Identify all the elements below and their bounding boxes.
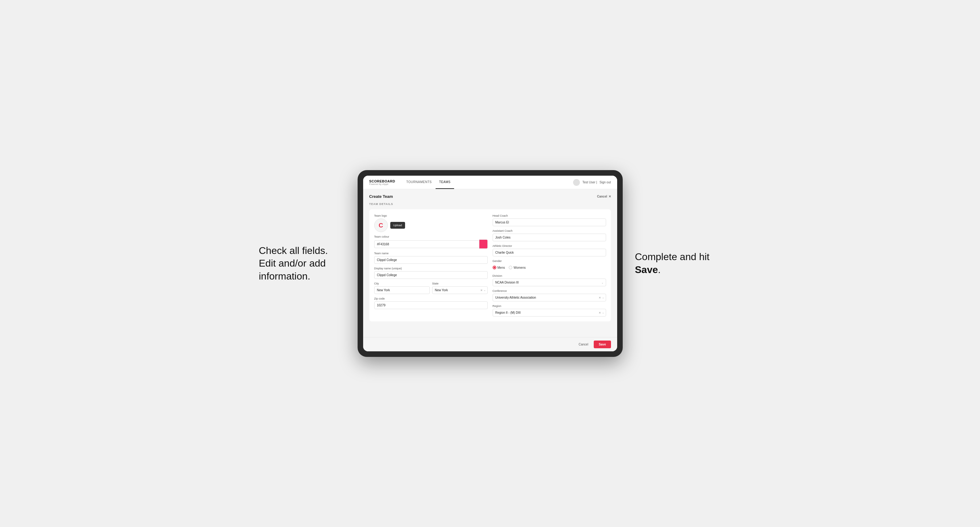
- logo-circle: C: [374, 219, 388, 232]
- athletic-director-group: Athletic Director: [493, 244, 606, 256]
- gender-womens-radio[interactable]: [509, 266, 512, 269]
- gender-mens-label: Mens: [498, 266, 505, 269]
- right-annotation: Complete and hit Save.: [635, 251, 721, 276]
- gender-womens-label: Womens: [514, 266, 526, 269]
- zip-label: Zip code: [374, 297, 488, 300]
- navbar: SCOREBOARD Powered by clippd TOURNAMENTS…: [363, 176, 617, 189]
- color-text-input[interactable]: [374, 240, 479, 248]
- nav-right: Test User | Sign out: [573, 179, 611, 186]
- right-column: Head Coach Assistant Coach Athletic Dire…: [493, 214, 606, 316]
- city-state-row: City State ✕ ⌄: [374, 282, 488, 294]
- form-grid: Team logo C Upload Team colo: [374, 214, 606, 316]
- state-input[interactable]: [432, 286, 488, 294]
- assistant-coach-label: Assistant Coach: [493, 229, 606, 232]
- tablet-frame: SCOREBOARD Powered by clippd TOURNAMENTS…: [358, 170, 623, 357]
- signout-link[interactable]: Sign out: [600, 181, 611, 184]
- logo-label: Team logo: [374, 214, 488, 217]
- right-annotation-text: Complete and hit Save.: [635, 251, 710, 275]
- user-label: Test User |: [582, 181, 597, 184]
- cancel-button[interactable]: Cancel: [576, 341, 591, 348]
- assistant-coach-input[interactable]: [493, 233, 606, 241]
- state-clear-button[interactable]: ✕: [480, 289, 483, 292]
- athletic-director-input[interactable]: [493, 249, 606, 256]
- gender-mens-option[interactable]: Mens: [493, 266, 505, 269]
- color-swatch[interactable]: [479, 240, 488, 249]
- cancel-top-button[interactable]: Cancel ✕: [597, 195, 611, 198]
- gender-radio-group: Mens Womens: [493, 264, 606, 271]
- gender-womens-option[interactable]: Womens: [509, 266, 526, 269]
- nav-teams[interactable]: TEAMS: [436, 176, 454, 189]
- conference-group: Conference ✕ ⌄: [493, 289, 606, 302]
- head-coach-group: Head Coach: [493, 214, 606, 226]
- division-select-wrapper: NCAA Division III ⌄: [493, 279, 606, 286]
- logo-preview-row: C Upload: [374, 219, 488, 232]
- head-coach-label: Head Coach: [493, 214, 606, 217]
- region-caret-icon: ⌄: [602, 311, 604, 314]
- conference-input[interactable]: [493, 294, 606, 302]
- athletic-director-label: Athletic Director: [493, 244, 606, 248]
- display-name-group: Display name (unique): [374, 267, 488, 279]
- left-annotation: Check all fields. Edit and/or add inform…: [259, 244, 345, 283]
- nav-links: TOURNAMENTS TEAMS: [402, 176, 454, 189]
- region-select-wrapper: ✕ ⌄: [493, 309, 606, 316]
- team-name-group: Team name: [374, 252, 488, 264]
- left-annotation-line2: Edit and/or add information.: [259, 258, 326, 282]
- color-group: Team colour: [374, 235, 488, 249]
- brand-logo: SCOREBOARD Powered by clippd: [369, 179, 395, 185]
- form-footer: Cancel Save: [363, 337, 617, 351]
- form-card: Team logo C Upload Team colo: [369, 209, 611, 321]
- save-button[interactable]: Save: [594, 341, 611, 348]
- region-label: Region: [493, 305, 606, 308]
- upload-button[interactable]: Upload: [390, 222, 406, 229]
- display-name-label: Display name (unique): [374, 267, 488, 270]
- gender-group: Gender Mens Womens: [493, 259, 606, 271]
- division-select[interactable]: NCAA Division III: [493, 279, 606, 286]
- conference-clear-button[interactable]: ✕: [599, 296, 601, 299]
- region-clear-button[interactable]: ✕: [599, 311, 601, 314]
- team-name-label: Team name: [374, 252, 488, 255]
- logo-section: Team logo C Upload: [374, 214, 488, 232]
- division-label: Division: [493, 274, 606, 277]
- assistant-coach-group: Assistant Coach: [493, 229, 606, 241]
- gender-mens-radio[interactable]: [493, 266, 496, 269]
- city-input[interactable]: [374, 286, 430, 294]
- left-annotation-line1: Check all fields.: [259, 245, 328, 256]
- city-state-group: City State ✕ ⌄: [374, 282, 488, 294]
- color-label: Team colour: [374, 235, 488, 238]
- page-title: Create Team: [369, 194, 393, 199]
- user-avatar: [573, 179, 580, 186]
- region-input[interactable]: [493, 309, 606, 316]
- city-group: City: [374, 282, 430, 294]
- conference-label: Conference: [493, 289, 606, 292]
- division-group: Division NCAA Division III ⌄: [493, 274, 606, 286]
- head-coach-input[interactable]: [493, 219, 606, 226]
- color-input-row: [374, 240, 488, 249]
- brand-sub: Powered by clippd: [369, 183, 395, 185]
- page-header: Create Team Cancel ✕: [369, 194, 611, 199]
- nav-tournaments[interactable]: TOURNAMENTS: [402, 176, 436, 189]
- state-label: State: [432, 282, 488, 285]
- tablet-screen: SCOREBOARD Powered by clippd TOURNAMENTS…: [363, 176, 617, 351]
- brand-name: SCOREBOARD: [369, 179, 395, 183]
- zip-input[interactable]: [374, 302, 488, 309]
- main-content: Create Team Cancel ✕ TEAM DETAILS: [363, 189, 617, 337]
- state-group: State ✕ ⌄: [432, 282, 488, 294]
- conference-caret-icon: ⌄: [602, 296, 604, 299]
- region-group: Region ✕ ⌄: [493, 305, 606, 316]
- conference-select-wrapper: ✕ ⌄: [493, 294, 606, 302]
- state-select-wrapper: ✕ ⌄: [432, 286, 488, 294]
- team-name-input[interactable]: [374, 256, 488, 264]
- section-label: TEAM DETAILS: [369, 203, 611, 206]
- gender-label: Gender: [493, 259, 606, 263]
- display-name-input[interactable]: [374, 271, 488, 279]
- city-label: City: [374, 282, 430, 285]
- left-column: Team logo C Upload Team colo: [374, 214, 488, 316]
- state-caret-icon: ⌄: [484, 289, 486, 292]
- zip-group: Zip code: [374, 297, 488, 309]
